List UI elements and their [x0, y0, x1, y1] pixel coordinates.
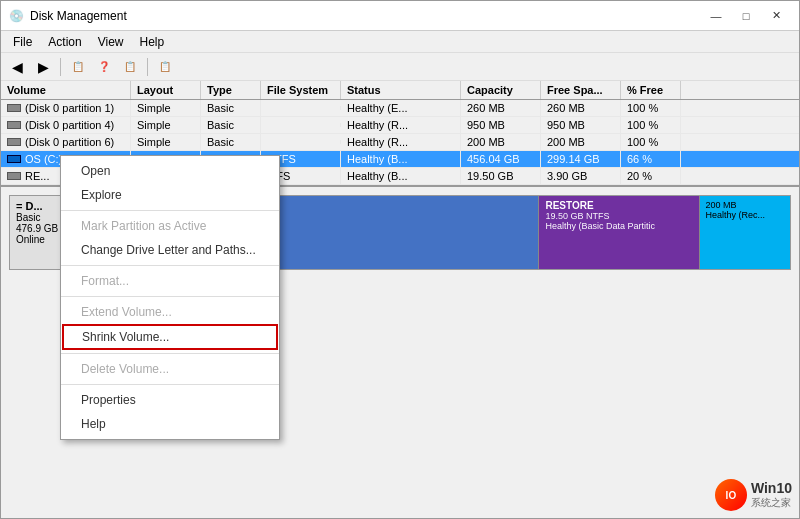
- ctx-format: Format...: [61, 269, 279, 293]
- ctx-sep-2: [61, 265, 279, 266]
- td-capacity-0: 260 MB: [461, 100, 541, 116]
- td-status-0: Healthy (E...: [341, 100, 461, 116]
- td-fs-1: [261, 123, 341, 127]
- td-pct-1: 100 %: [621, 117, 681, 133]
- table-header: Volume Layout Type File System Status Ca…: [1, 81, 799, 100]
- titlebar: 💿 Disk Management — □ ✕: [1, 1, 799, 31]
- toolbar-btn-3[interactable]: 📋: [118, 56, 142, 78]
- td-pct-0: 100 %: [621, 100, 681, 116]
- td-free-0: 260 MB: [541, 100, 621, 116]
- td-volume-1: (Disk 0 partition 4): [1, 117, 131, 133]
- toolbar-sep-2: [147, 58, 148, 76]
- watermark: IO Win10 系统之家: [715, 479, 792, 511]
- td-free-1: 950 MB: [541, 117, 621, 133]
- td-capacity-3: 456.04 GB: [461, 151, 541, 167]
- td-volume-2: (Disk 0 partition 6): [1, 134, 131, 150]
- td-free-3: 299.14 GB: [541, 151, 621, 167]
- minimize-button[interactable]: —: [701, 6, 731, 26]
- watermark-site: 系统之家: [751, 496, 792, 510]
- titlebar-controls: — □ ✕: [701, 6, 791, 26]
- td-capacity-1: 950 MB: [461, 117, 541, 133]
- toolbar-sep-1: [60, 58, 61, 76]
- td-free-2: 200 MB: [541, 134, 621, 150]
- disk-segment-4[interactable]: 200 MB Healthy (Rec...: [700, 196, 790, 269]
- td-capacity-4: 19.50 GB: [461, 168, 541, 184]
- td-type-2: Basic: [201, 134, 261, 150]
- ctx-explore[interactable]: Explore: [61, 183, 279, 207]
- td-pct-2: 100 %: [621, 134, 681, 150]
- menu-help[interactable]: Help: [132, 33, 173, 51]
- td-type-0: Basic: [201, 100, 261, 116]
- td-status-4: Healthy (B...: [341, 168, 461, 184]
- toolbar: ◀ ▶ 📋 ❓ 📋 📋: [1, 53, 799, 81]
- ctx-help[interactable]: Help: [61, 412, 279, 436]
- menubar: File Action View Help: [1, 31, 799, 53]
- ctx-sep-4: [61, 353, 279, 354]
- ctx-sep-3: [61, 296, 279, 297]
- menu-view[interactable]: View: [90, 33, 132, 51]
- td-fs-0: [261, 106, 341, 110]
- th-capacity[interactable]: Capacity: [461, 81, 541, 99]
- td-capacity-2: 200 MB: [461, 134, 541, 150]
- td-layout-1: Simple: [131, 117, 201, 133]
- th-freespace[interactable]: Free Spa...: [541, 81, 621, 99]
- ctx-mark-active: Mark Partition as Active: [61, 214, 279, 238]
- td-status-3: Healthy (B...: [341, 151, 461, 167]
- table-row[interactable]: (Disk 0 partition 1) Simple Basic Health…: [1, 100, 799, 117]
- ctx-open[interactable]: Open: [61, 159, 279, 183]
- td-layout-0: Simple: [131, 100, 201, 116]
- toolbar-btn-1[interactable]: 📋: [66, 56, 90, 78]
- close-button[interactable]: ✕: [761, 6, 791, 26]
- titlebar-left: 💿 Disk Management: [9, 9, 127, 23]
- ctx-properties[interactable]: Properties: [61, 388, 279, 412]
- watermark-win: Win10: [751, 480, 792, 496]
- ctx-delete: Delete Volume...: [61, 357, 279, 381]
- td-volume-0: (Disk 0 partition 1): [1, 100, 131, 116]
- toolbar-btn-2[interactable]: ❓: [92, 56, 116, 78]
- td-pct-4: 20 %: [621, 168, 681, 184]
- forward-button[interactable]: ▶: [31, 56, 55, 78]
- main-window: 💿 Disk Management — □ ✕ File Action View…: [0, 0, 800, 519]
- menu-file[interactable]: File: [5, 33, 40, 51]
- td-free-4: 3.90 GB: [541, 168, 621, 184]
- ctx-sep-1: [61, 210, 279, 211]
- ctx-shrink[interactable]: Shrink Volume...: [62, 324, 278, 350]
- table-row[interactable]: (Disk 0 partition 6) Simple Basic Health…: [1, 134, 799, 151]
- th-freepct[interactable]: % Free: [621, 81, 681, 99]
- window-icon: 💿: [9, 9, 24, 23]
- ctx-change-drive[interactable]: Change Drive Letter and Paths...: [61, 238, 279, 262]
- th-filesystem[interactable]: File System: [261, 81, 341, 99]
- toolbar-btn-4[interactable]: 📋: [153, 56, 177, 78]
- td-type-1: Basic: [201, 117, 261, 133]
- td-layout-2: Simple: [131, 134, 201, 150]
- td-fs-2: [261, 140, 341, 144]
- td-pct-3: 66 %: [621, 151, 681, 167]
- th-type[interactable]: Type: [201, 81, 261, 99]
- context-menu: Open Explore Mark Partition as Active Ch…: [60, 155, 280, 440]
- ctx-extend: Extend Volume...: [61, 300, 279, 324]
- back-button[interactable]: ◀: [5, 56, 29, 78]
- td-status-1: Healthy (R...: [341, 117, 461, 133]
- maximize-button[interactable]: □: [731, 6, 761, 26]
- th-status[interactable]: Status: [341, 81, 461, 99]
- ctx-sep-5: [61, 384, 279, 385]
- td-status-2: Healthy (R...: [341, 134, 461, 150]
- disk-segment-3[interactable]: RESTORE 19.50 GB NTFS Healthy (Basic Dat…: [539, 196, 699, 269]
- menu-action[interactable]: Action: [40, 33, 89, 51]
- th-volume[interactable]: Volume: [1, 81, 131, 99]
- table-row[interactable]: (Disk 0 partition 4) Simple Basic Health…: [1, 117, 799, 134]
- window-title: Disk Management: [30, 9, 127, 23]
- th-layout[interactable]: Layout: [131, 81, 201, 99]
